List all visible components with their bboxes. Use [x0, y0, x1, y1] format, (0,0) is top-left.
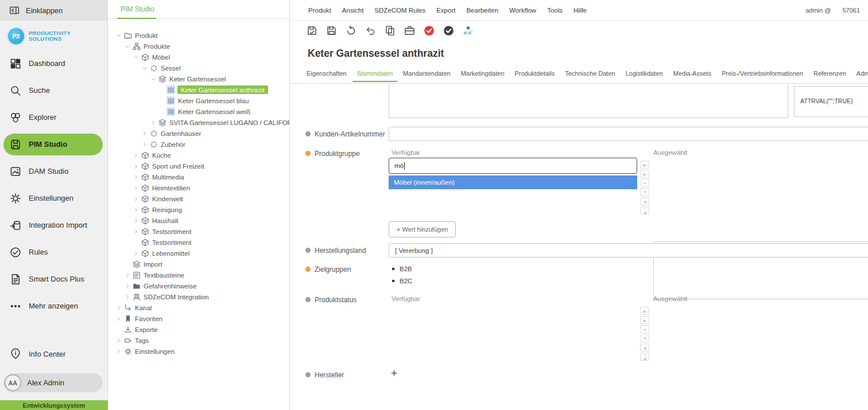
tree-node-zubeh-r[interactable]: Zubehör [108, 139, 289, 150]
chevron-right-icon[interactable] [132, 217, 140, 225]
menu-bearbeiten[interactable]: Bearbeiten [466, 7, 498, 14]
tab-referenzen[interactable]: Referenzen [812, 69, 848, 81]
tree-node-testsortiment[interactable]: Testsortiment [108, 237, 289, 248]
collapse-sidebar-button[interactable]: Einklappen [0, 0, 107, 21]
tree-node-textbausteine[interactable]: Textbausteine [108, 270, 289, 280]
chevron-right-icon[interactable] [132, 162, 140, 170]
chevron-right-icon[interactable] [149, 119, 157, 127]
tree-node-gefahrenhinweise[interactable]: Gefahrenhinweise [108, 280, 289, 291]
tree-node-testsortiment[interactable]: Testsortiment [108, 226, 289, 237]
chevron-right-icon[interactable] [132, 151, 140, 159]
sidebar-item-pim-studio[interactable]: PIM Studio [0, 131, 107, 158]
chevron-right-icon[interactable] [123, 271, 131, 279]
sidebar-item-suche[interactable]: Suche [0, 77, 107, 104]
tree-node-einstellungen[interactable]: Einstellungen [108, 346, 289, 357]
sidebar-item-smart-docs-plus[interactable]: Smart Docs Plus [0, 265, 107, 292]
transfer-move-down-button[interactable]: ▼ [640, 188, 649, 196]
menu-hilfe[interactable]: Hilfe [574, 7, 587, 14]
chevron-right-icon[interactable] [132, 249, 140, 257]
toolbar-status-dark-check-button[interactable] [441, 23, 456, 38]
tab-mandantendaten[interactable]: Mandantendaten [401, 69, 452, 81]
sidebar-item-explorer[interactable]: Explorer [0, 104, 107, 131]
tree-node-produkte[interactable]: Produkte [108, 41, 289, 52]
chevron-right-icon[interactable] [132, 195, 140, 203]
chevron-right-icon[interactable] [115, 347, 123, 356]
tab-media-assets[interactable]: Media-Assets [672, 69, 714, 81]
chevron-right-icon[interactable] [123, 282, 131, 290]
kunden-artikelnummer-input[interactable] [389, 127, 868, 141]
sidebar-item-dashboard[interactable]: Dashboard [0, 50, 107, 77]
menu-export[interactable]: Export [436, 7, 455, 14]
chevron-down-icon[interactable] [123, 42, 131, 50]
chevron-right-icon[interactable] [115, 304, 123, 312]
tree-node-keter-gartensessel-wei[interactable]: Keter Gartensessel weiß [108, 106, 289, 117]
toolbar-copy-document-button[interactable] [382, 23, 397, 38]
chevron-right-icon[interactable] [115, 337, 123, 345]
transfer-move-left-button[interactable]: ◀ [640, 343, 649, 352]
transfer-move-right-button[interactable]: ▶ [640, 170, 649, 178]
menu-produkt[interactable]: Produkt [308, 7, 331, 14]
chevron-right-icon[interactable] [115, 315, 123, 323]
sidebar-item-integration-import[interactable]: Integration Import [0, 212, 107, 239]
chevron-down-icon[interactable] [141, 64, 149, 72]
tab-technische-daten[interactable]: Technische Daten [563, 69, 617, 81]
tree-node-keter-gartensessel-blau[interactable]: Keter Gartensessel blau [108, 95, 289, 106]
produktgruppe-search-input[interactable]: mö [389, 158, 637, 174]
transfer-move-down-button[interactable]: ▼ [640, 334, 649, 342]
chevron-right-icon[interactable] [132, 206, 140, 214]
toolbar-undo-button[interactable] [363, 23, 378, 38]
tab-produktdetails[interactable]: Produktdetails [513, 69, 557, 81]
tree-node-multimedia[interactable]: Multimedia [108, 171, 289, 182]
toolbar-status-red-check-button[interactable] [421, 23, 436, 38]
chevron-down-icon[interactable] [149, 75, 157, 83]
chevron-right-icon[interactable] [132, 184, 140, 192]
add-value-button[interactable]: + Wert hinzufügen [389, 221, 456, 237]
menu-sdzecom-rules[interactable]: SDZeCOM Rules [374, 7, 425, 14]
tree-node-k-che[interactable]: Küche [108, 150, 289, 161]
transfer-move-up-button[interactable]: ▲ [640, 325, 649, 333]
sidebar-item-mehr-anzeigen[interactable]: Mehr anzeigen [0, 292, 107, 319]
menu-workflow[interactable]: Workflow [509, 7, 536, 14]
tree-node-heimtextilien[interactable]: Heimtextilien [108, 182, 289, 193]
tree-node-keter-gartensessel-anthrazit[interactable]: Keter Gartensessel anthrazit [108, 84, 289, 95]
tree-node-favoriten[interactable]: Favoriten [108, 313, 289, 324]
toolbar-reload-button[interactable] [343, 23, 358, 38]
tree-node-keter-gartensessel[interactable]: Keter Gartensessel [108, 73, 289, 84]
tree-node-kinderwelt[interactable]: Kinderwelt [108, 193, 289, 204]
sidebar-item-einstellungen[interactable]: Einstellungen [0, 185, 107, 212]
tree-tab-pim-studio[interactable]: PIM Studio [121, 5, 154, 13]
tree-node-reinigung[interactable]: Reinigung [108, 204, 289, 215]
chevron-right-icon[interactable] [132, 228, 140, 236]
tree-node-exporte[interactable]: Exporte [108, 324, 289, 335]
tab-administration[interactable]: Administration [855, 69, 868, 81]
tree-node-sport-und-freizeit[interactable]: Sport und Freizeit [108, 161, 289, 171]
toolbar-save-check-button[interactable] [304, 23, 319, 38]
transfer-move-all-left-button[interactable]: |◀ [640, 206, 649, 214]
toolbar-briefcase-button[interactable] [402, 23, 417, 38]
tree-node-kanal[interactable]: Kanal [108, 302, 289, 313]
tab-stammdaten[interactable]: Stammdaten [355, 69, 394, 81]
tab-preis-vertriebsinformationen[interactable]: Preis-/Vertriebsinformationen [720, 69, 805, 81]
transfer-move-all-right-button[interactable]: ▶| [640, 161, 649, 169]
scrolled-field-box[interactable] [389, 84, 788, 118]
chevron-down-icon[interactable] [115, 32, 123, 40]
herstellungsland-input[interactable]: [ Vererbung ] [389, 243, 868, 257]
menu-tools[interactable]: Tools [547, 7, 563, 14]
tree-node-lebensmittel[interactable]: Lebensmittel [108, 248, 289, 259]
transfer-move-left-button[interactable]: ◀ [640, 197, 649, 205]
menu-ansicht[interactable]: Ansicht [342, 7, 364, 14]
tree-node-import[interactable]: Import [108, 259, 289, 270]
formula-panel[interactable]: ATTRVAL("";TRUE) [794, 86, 868, 117]
tree-node-haushalt[interactable]: Haushalt [108, 215, 289, 226]
tree-node-tags[interactable]: Tags [108, 335, 289, 346]
chevron-right-icon[interactable] [123, 293, 131, 301]
tree-node-svita-gartensessel-lugano-california[interactable]: SVITA Gartensessel LUGANO / CALIFORNIA [108, 117, 289, 128]
chevron-right-icon[interactable] [141, 130, 149, 138]
chevron-right-icon[interactable] [141, 140, 149, 149]
tree-node-sdzecom-integration[interactable]: SDZeCOM Integration [108, 291, 289, 302]
toolbar-save-button[interactable] [324, 23, 339, 38]
suggestion-m-bel-innen-au-en[interactable]: Möbel (innen/außen) [389, 175, 637, 189]
tree-node-m-bel[interactable]: Möbel [108, 52, 289, 63]
sidebar-item-rules[interactable]: Rules [0, 239, 107, 265]
transfer-move-all-left-button[interactable]: |◀ [640, 353, 649, 361]
